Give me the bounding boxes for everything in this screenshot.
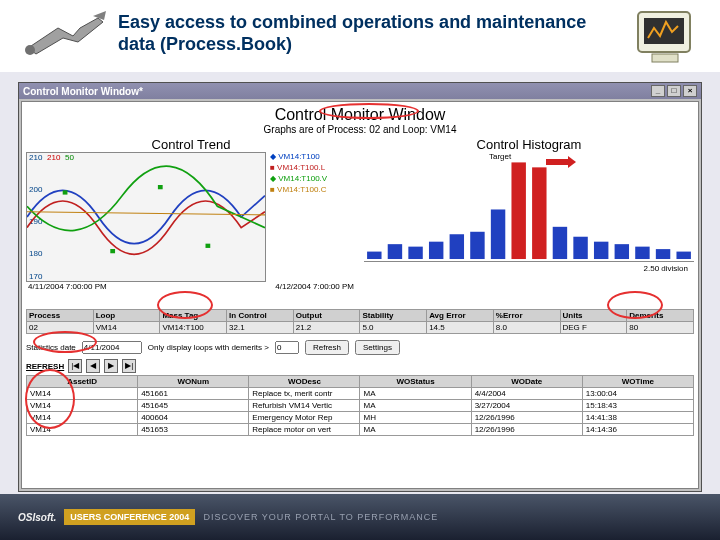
table-row[interactable]: VM14451653Replace motor on vertMA12/26/1… bbox=[27, 424, 694, 436]
svg-rect-22 bbox=[635, 247, 649, 259]
table-row[interactable]: VM14451661Replace tx, merit contrMA4/4/2… bbox=[27, 388, 694, 400]
slide-footer: OSIsoft. USERS CONFERENCE 2004 DISCOVER … bbox=[0, 494, 720, 540]
col-header: Avg Error bbox=[427, 310, 494, 322]
col-header: WOStatus bbox=[360, 376, 471, 388]
trend-x-end: 4/12/2004 7:00:00 PM bbox=[275, 282, 354, 291]
col-header: %Error bbox=[493, 310, 560, 322]
svg-point-0 bbox=[25, 45, 35, 55]
app-window: Control Monitor Window* _ □ × Control Mo… bbox=[18, 82, 702, 492]
svg-rect-10 bbox=[388, 244, 402, 259]
svg-rect-14 bbox=[470, 232, 484, 259]
histogram-plot[interactable] bbox=[364, 152, 694, 262]
table-row[interactable]: VM14451645Refurbish VM14 VerticMA3/27/20… bbox=[27, 400, 694, 412]
big-refresh-link[interactable]: REFRESH bbox=[26, 362, 64, 371]
svg-rect-11 bbox=[408, 247, 422, 259]
control-histogram-panel: Control Histogram Target 2.50 division bbox=[364, 137, 694, 305]
col-header: AssetID bbox=[27, 376, 138, 388]
svg-rect-24 bbox=[676, 252, 690, 259]
close-button[interactable]: × bbox=[683, 85, 697, 97]
col-header: WODate bbox=[471, 376, 582, 388]
demerits-filter-input[interactable] bbox=[275, 341, 299, 354]
svg-rect-9 bbox=[367, 252, 381, 259]
target-label: Target bbox=[489, 152, 511, 161]
svg-rect-21 bbox=[615, 244, 629, 259]
nav-first-button[interactable]: |◀ bbox=[68, 359, 82, 373]
target-arrow-icon bbox=[546, 156, 576, 168]
table-row[interactable]: VM14400604Emergency Motor RepMH12/26/199… bbox=[27, 412, 694, 424]
maximize-button[interactable]: □ bbox=[667, 85, 681, 97]
footer-tagline: DISCOVER YOUR PORTAL TO PERFORMANCE bbox=[203, 512, 438, 522]
slide-title: Easy access to combined operations and m… bbox=[118, 8, 622, 55]
svg-rect-15 bbox=[491, 209, 505, 259]
settings-button[interactable]: Settings bbox=[355, 340, 400, 355]
svg-rect-2 bbox=[644, 18, 684, 44]
trend-plot[interactable]: 210 210 50 200 190 180 170 bbox=[26, 152, 266, 282]
refresh-button[interactable]: Refresh bbox=[305, 340, 349, 355]
nav-last-button[interactable]: ▶| bbox=[122, 359, 136, 373]
nav-next-button[interactable]: ▶ bbox=[104, 359, 118, 373]
trend-title: Control Trend bbox=[26, 137, 356, 152]
svg-rect-12 bbox=[429, 242, 443, 259]
summary-table: ProcessLoopMass TagIn ControlOutputStabi… bbox=[26, 309, 694, 334]
footer-brand: OSIsoft. bbox=[18, 512, 56, 523]
svg-rect-3 bbox=[652, 54, 678, 62]
svg-rect-18 bbox=[553, 227, 567, 259]
window-title-text: Control Monitor Window* bbox=[23, 86, 143, 97]
nav-prev-button[interactable]: ◀ bbox=[86, 359, 100, 373]
svg-rect-17 bbox=[532, 167, 546, 259]
demerits-filter-label: Only display loops with demerits > bbox=[148, 343, 269, 352]
control-trend-panel: Control Trend 210 210 50 200 190 180 170 bbox=[26, 137, 356, 305]
monitor-clipart bbox=[632, 8, 702, 68]
main-title: Control Monitor Window bbox=[26, 106, 694, 124]
svg-rect-13 bbox=[450, 234, 464, 259]
col-header: WONum bbox=[138, 376, 249, 388]
col-header: Loop bbox=[93, 310, 160, 322]
stats-date-label: Statistics date bbox=[26, 343, 76, 352]
subtitle: Graphs are of Process: 02 and Loop: VM14 bbox=[26, 124, 694, 135]
col-header: Mass Tag bbox=[160, 310, 227, 322]
hist-stats: 2.50 division bbox=[364, 264, 694, 273]
col-header: WOTime bbox=[582, 376, 693, 388]
trend-x-start: 4/11/2004 7:00:00 PM bbox=[28, 282, 107, 291]
svg-rect-7 bbox=[206, 244, 211, 248]
svg-rect-5 bbox=[110, 249, 115, 253]
svg-rect-6 bbox=[158, 185, 163, 189]
col-header: Process bbox=[27, 310, 94, 322]
svg-rect-19 bbox=[573, 237, 587, 259]
minimize-button[interactable]: _ bbox=[651, 85, 665, 97]
trend-legend: ◆ VM14:T100 ■ VM14:T100.L ◆ VM14:T100.V … bbox=[266, 152, 356, 282]
footer-badge: USERS CONFERENCE 2004 bbox=[64, 509, 195, 525]
window-titlebar: Control Monitor Window* _ □ × bbox=[19, 83, 701, 99]
col-header: Stability bbox=[360, 310, 427, 322]
col-header: Output bbox=[293, 310, 360, 322]
svg-rect-16 bbox=[511, 162, 525, 259]
svg-rect-4 bbox=[63, 190, 68, 194]
col-header: Demerits bbox=[627, 310, 694, 322]
workorder-table: AssetIDWONumWODescWOStatusWODateWOTime V… bbox=[26, 375, 694, 436]
col-header: In Control bbox=[227, 310, 294, 322]
hist-title: Control Histogram bbox=[364, 137, 694, 152]
col-header: Units bbox=[560, 310, 627, 322]
wrench-clipart bbox=[18, 8, 108, 58]
col-header: WODesc bbox=[249, 376, 360, 388]
svg-rect-20 bbox=[594, 242, 608, 259]
table-row: 02VM14VM14:T10032.121.25.014.58.0DEG F80 bbox=[27, 322, 694, 334]
svg-rect-23 bbox=[656, 249, 670, 259]
stats-date-input[interactable] bbox=[82, 341, 142, 354]
svg-rect-8 bbox=[546, 159, 568, 165]
